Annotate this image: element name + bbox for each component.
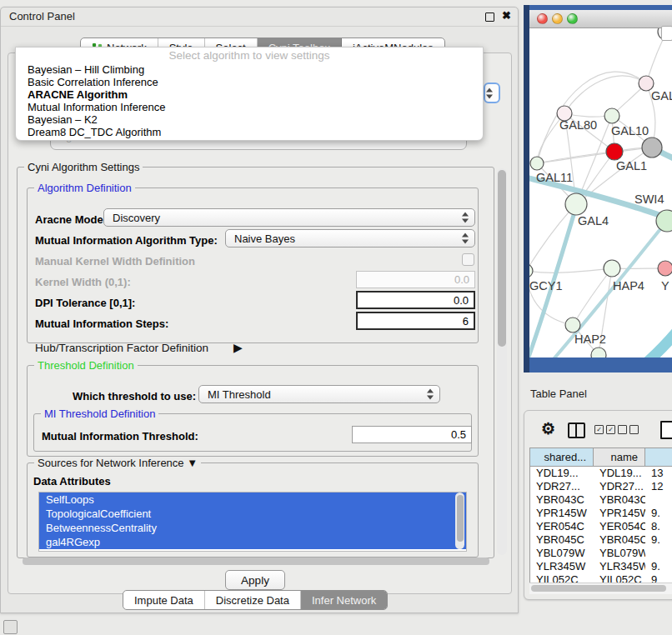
mi-type-combo[interactable]: Naive Bayes: [225, 229, 475, 248]
network-node[interactable]: [658, 261, 672, 276]
apply-button[interactable]: Apply: [225, 570, 285, 590]
network-node[interactable]: [529, 264, 533, 278]
table-cell: 13: [645, 467, 672, 480]
data-attribute-item[interactable]: TopologicalCoefficient: [39, 507, 466, 521]
network-node[interactable]: [530, 157, 544, 170]
network-node-label: GAL1: [616, 159, 647, 172]
which-threshold-value: MI Threshold: [208, 388, 271, 401]
sources-title-text: Sources for Network Inference: [38, 457, 184, 469]
algorithm-option[interactable]: Bayesian – Hill Climbing: [16, 63, 483, 76]
bottom-tab-impute-data[interactable]: Impute Data: [123, 591, 205, 609]
network-node-label: GAL11: [536, 171, 573, 184]
table-column-header[interactable]: name: [594, 448, 645, 466]
algorithm-option[interactable]: Dream8 DC_TDC Algorithm: [16, 126, 483, 138]
data-attribute-item[interactable]: BetweennessCentrality: [39, 521, 466, 535]
cyni-bottom-tabbar: Impute DataDiscretize DataInfer Network: [123, 590, 388, 610]
which-threshold-combo[interactable]: MI Threshold: [198, 385, 440, 403]
bottom-tab-label: Impute Data: [134, 594, 193, 607]
table-row[interactable]: YBR045CYBR045C9.: [530, 533, 672, 547]
kernel-width-input[interactable]: 0.0: [356, 271, 475, 288]
table-column-header[interactable]: shared...: [530, 448, 594, 466]
aracne-mode-value: Discovery: [113, 212, 160, 224]
table-cell: 9.: [645, 560, 672, 573]
network-scroll-corner[interactable]: [661, 26, 672, 41]
attributes-list-scrollbar[interactable]: [455, 492, 464, 549]
table-panel-window: ⚙ ✓✓ shared...nameA YDL19...YDL19...13YD…: [524, 410, 672, 600]
bottom-tab-infer-network[interactable]: Infer Network: [301, 591, 387, 609]
new-table-icon[interactable]: [660, 421, 672, 439]
table-row[interactable]: YDL19...YDL19...13: [530, 467, 672, 480]
algorithm-option[interactable]: ARACNE Algorithm: [16, 88, 483, 101]
table-cell: 9.: [645, 533, 672, 547]
network-node[interactable]: [604, 260, 620, 277]
data-attribute-item[interactable]: gal4RGexp: [39, 535, 466, 549]
column-browser-icon[interactable]: [568, 422, 585, 438]
network-node[interactable]: [591, 348, 606, 358]
dpi-tolerance-input[interactable]: 0.0: [356, 291, 475, 309]
deselect-all-checks-icon[interactable]: [618, 425, 639, 434]
sources-collapse-icon: ▼: [187, 457, 198, 469]
minimized-panel-icon[interactable]: [3, 620, 18, 634]
mi-steps-label: Mutual Information Steps:: [35, 318, 168, 330]
which-threshold-label: Which threshold to use:: [73, 390, 196, 402]
mi-steps-value: 6: [463, 315, 469, 328]
network-node-label: GAL: [651, 89, 672, 102]
table-cell: [645, 547, 672, 560]
network-node[interactable]: [604, 108, 619, 123]
network-edge[interactable]: [529, 204, 576, 271]
select-all-checks-icon[interactable]: ✓✓: [594, 425, 615, 434]
table-row[interactable]: YDR27...YDR27...12: [530, 480, 672, 493]
algorithm-option[interactable]: Bayesian – K2: [16, 113, 483, 126]
network-edge[interactable]: [564, 76, 646, 113]
table-row[interactable]: YPR145WYPR145W9.: [530, 507, 672, 520]
table-row[interactable]: YLR345WYLR345W9.: [530, 560, 672, 573]
gear-icon[interactable]: ⚙: [541, 419, 555, 438]
control-panel-titlebar: Control Panel ✖: [1, 8, 518, 27]
table-column-header[interactable]: A: [645, 448, 672, 466]
sources-title[interactable]: Sources for Network Inference ▼: [34, 457, 201, 469]
zoom-window-icon[interactable]: [567, 13, 578, 24]
network-node-label: HAP4: [613, 279, 644, 292]
network-edge[interactable]: [646, 33, 666, 83]
aracne-mode-combo[interactable]: Discovery: [103, 208, 475, 227]
network-canvas[interactable]: GALGAL80GAL10GAL1GAL11SWI4GAL4GCY1HAP4YH…: [529, 28, 672, 358]
table-row[interactable]: YER054CYER054C8.: [530, 520, 672, 533]
network-node[interactable]: [642, 138, 662, 158]
minimize-window-icon[interactable]: [552, 13, 563, 24]
manual-kernel-checkbox[interactable]: [462, 253, 474, 266]
table-cell: YER054C: [594, 520, 645, 533]
network-node[interactable]: [606, 143, 623, 160]
data-attribute-item[interactable]: SelfLoops: [39, 492, 466, 507]
dpi-tolerance-label: DPI Tolerance [0,1]:: [35, 297, 135, 309]
dpi-tolerance-value: 0.0: [454, 294, 469, 307]
stepper-arrows-icon: [462, 212, 469, 223]
close-panel-icon[interactable]: ✖: [502, 9, 511, 22]
float-panel-icon[interactable]: [485, 12, 494, 22]
hub-expand-icon[interactable]: ▶: [233, 341, 243, 354]
network-edge[interactable]: [634, 328, 672, 358]
table-body: YDL19...YDL19...13YDR27...YDR27...12YBR0…: [530, 467, 672, 583]
algorithm-option[interactable]: Mutual Information Inference: [16, 101, 483, 113]
kernel-width-value: 0.0: [454, 273, 469, 286]
table-row[interactable]: YBR043CYBR043C: [530, 493, 672, 507]
bottom-tab-discretize-data[interactable]: Discretize Data: [205, 591, 301, 609]
settings-scrollbar[interactable]: [497, 168, 507, 555]
table-header-row: shared...nameA: [530, 448, 672, 467]
network-node-label: GCY1: [529, 279, 563, 292]
network-edge[interactable]: [529, 268, 612, 272]
focused-combo-stepper[interactable]: [484, 82, 500, 103]
network-edge[interactable]: [553, 221, 667, 358]
close-window-icon[interactable]: [537, 13, 548, 24]
network-window-titlebar[interactable]: [529, 10, 672, 28]
table-row[interactable]: YBL079WYBL079W: [530, 547, 672, 560]
table-hscrollbar[interactable]: [529, 582, 672, 594]
mi-threshold-input[interactable]: 0.5: [352, 426, 472, 443]
screen: Control Panel ✖ NetworkStyleSelectCyni T…: [0, 0, 672, 635]
settings-hscrollbar[interactable]: [23, 558, 489, 565]
hub-section-label[interactable]: Hub/Transcription Factor Definition: [35, 342, 208, 354]
network-node[interactable]: [565, 318, 580, 332]
mi-steps-input[interactable]: 6: [356, 312, 475, 330]
algorithm-option[interactable]: Basic Correlation Inference: [16, 76, 483, 88]
network-node[interactable]: [565, 193, 587, 215]
stepper-arrows-icon: [486, 88, 493, 98]
